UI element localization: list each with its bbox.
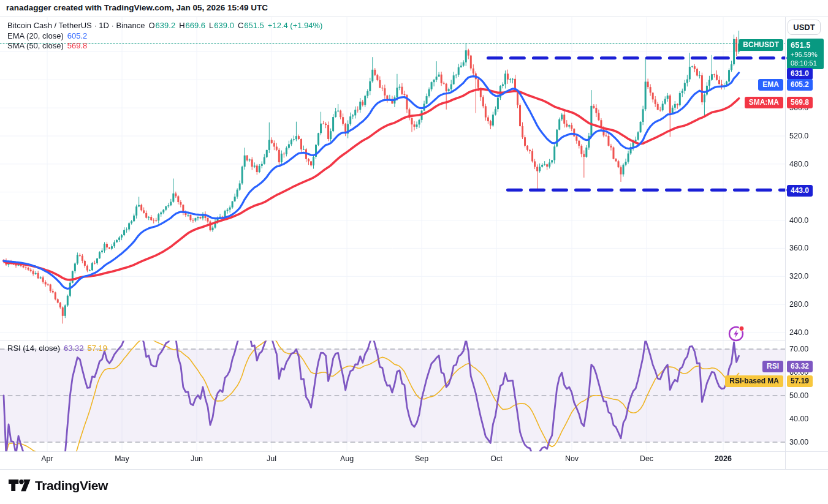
tradingview-logo-text: TradingView	[35, 478, 108, 493]
sma-legend-value: 569.8	[67, 41, 88, 50]
symbol-title: Bitcoin Cash / TetherUS · 1D · Binance	[7, 21, 145, 30]
currency-toggle-button[interactable]: USDT	[788, 20, 821, 35]
lower-level-axis-label: 443.0	[787, 185, 813, 197]
time-tick-label: Aug	[340, 454, 354, 463]
rsi-legend-label: RSI (14, close)	[7, 344, 60, 353]
sma-legend-row[interactable]: SMA (50, close) 569.8	[7, 40, 87, 50]
close-value: C651.5	[238, 21, 264, 30]
ema-axis-value: 605.2	[787, 79, 813, 91]
last-price-axis-label: 651.5 +96.59% 08:10:51	[787, 39, 824, 69]
rsi-tick-label: 30.00	[789, 438, 808, 446]
ema-axis-chip: EMA	[758, 79, 783, 91]
rsi-axis-value: 63.32	[787, 361, 813, 372]
price-tick-label: 360.0	[789, 244, 808, 252]
rsi-ma-axis-value: 57.19	[787, 375, 813, 387]
high-value: H669.6	[179, 21, 205, 30]
tradingview-chart-page: ranadagger created with TradingView.com,…	[0, 0, 828, 504]
low-value: L639.0	[209, 21, 234, 30]
sma-axis-value: 569.8	[787, 97, 813, 108]
rsi-tick-label: 70.00	[789, 345, 808, 353]
time-tick-label: May	[115, 454, 129, 463]
price-tick-label: 520.0	[789, 132, 808, 140]
open-value: O639.2	[148, 21, 175, 30]
rsi-tick-label: 40.00	[789, 415, 808, 423]
change-value: +12.4 (+1.94%)	[268, 21, 323, 30]
symbol-axis-chip: BCHUSDT	[739, 39, 783, 51]
symbol-legend-row[interactable]: Bitcoin Cash / TetherUS · 1D · Binance O…	[7, 20, 322, 30]
time-tick-label: Dec	[640, 454, 653, 463]
bar-countdown: 08:10:51	[791, 59, 824, 67]
tradingview-logo-icon	[9, 478, 31, 493]
price-tick-label: 400.0	[789, 216, 808, 225]
time-tick-label: Nov	[565, 454, 579, 463]
time-tick-label: Apr	[41, 454, 53, 463]
time-tick-label: Oct	[490, 454, 502, 463]
price-tick-label: 480.0	[789, 160, 808, 168]
tradingview-logo[interactable]: TradingView	[9, 478, 108, 493]
ema-legend-value: 605.2	[67, 31, 88, 40]
ema-legend-label: EMA (20, close)	[7, 31, 64, 40]
change-percent: +96.59%	[791, 50, 824, 59]
last-price: 651.5	[791, 40, 824, 50]
price-chart-canvas[interactable]	[0, 0, 828, 504]
time-tick-label: Jul	[267, 454, 276, 463]
price-tick-label: 320.0	[789, 272, 808, 280]
rsi-ma-axis-chip: RSI-based MA	[725, 375, 783, 387]
rsi-legend-row[interactable]: RSI (14, close) 63.32 57.19	[7, 343, 107, 353]
price-tick-label: 240.0	[789, 328, 808, 337]
ema-legend-row[interactable]: EMA (20, close) 605.2	[7, 31, 87, 40]
time-tick-label: Jun	[191, 454, 203, 463]
price-tick-label: 280.0	[789, 300, 808, 309]
sma-legend-label: SMA (50, close)	[7, 41, 64, 50]
rsi-axis-chip: RSI	[762, 361, 783, 372]
sma-axis-chip: SMA:MA	[745, 97, 783, 108]
rsi-legend-value: 63.32	[64, 344, 84, 353]
rsi-ma-legend-value: 57.19	[88, 344, 108, 353]
rsi-tick-label: 50.00	[789, 391, 808, 400]
flash-alert-button[interactable]	[727, 325, 745, 343]
upper-level-axis-label: 631.0	[787, 68, 813, 80]
time-tick-label: 2026	[715, 454, 732, 463]
time-tick-label: Sep	[415, 454, 428, 463]
lightning-icon	[727, 325, 745, 343]
